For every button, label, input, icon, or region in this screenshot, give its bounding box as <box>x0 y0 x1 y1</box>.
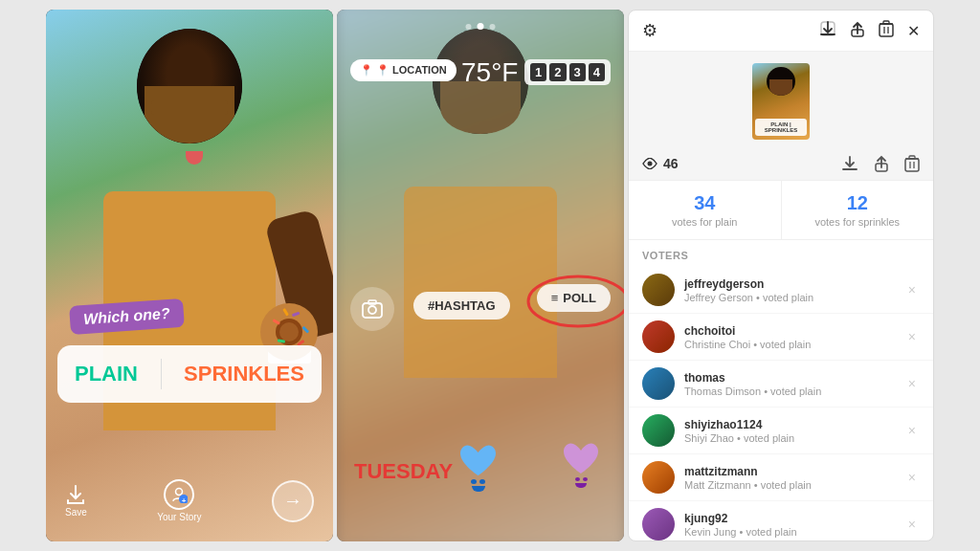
bottom-bar-1: Save + Your Story → <box>46 470 333 541</box>
download-button[interactable] <box>819 20 836 41</box>
hashtag-sticker[interactable]: #HASHTAG <box>413 292 510 320</box>
voter-fullname: Kevin Jung • voted plain <box>684 526 904 538</box>
voter-dismiss-button[interactable]: × <box>904 466 920 489</box>
voter-row: mattzitzmann Matt Zitzmann • voted plain… <box>629 454 933 501</box>
voter-avatar <box>642 320 675 353</box>
tuesday-text: TUESDAY <box>354 459 453 483</box>
voter-avatar <box>642 508 675 540</box>
panel-dots <box>466 23 496 30</box>
settings-button[interactable]: ⚙ <box>642 20 657 41</box>
action-icons <box>841 155 920 172</box>
stats-header: ⚙ <box>629 11 933 52</box>
svg-rect-19 <box>368 300 376 304</box>
story-panel-2: 📍 📍 LOCATION 75°F 1 2 3 4 <box>337 10 624 541</box>
delete-button[interactable] <box>879 20 894 41</box>
poll-sticker-container[interactable]: ≡ POLL <box>537 284 611 312</box>
person-photo-2 <box>385 10 576 297</box>
count-3: 3 <box>569 63 586 81</box>
camera-sticker[interactable] <box>350 287 394 331</box>
save-label: Save <box>65 507 87 518</box>
eye-icon <box>642 158 657 169</box>
location-sticker-text: 📍 LOCATION <box>376 64 447 77</box>
save-button[interactable]: Save <box>65 484 87 518</box>
voters-header: VOTERS <box>629 240 933 267</box>
voter-dismiss-button[interactable]: × <box>904 372 920 395</box>
thumb-content: PLAIN | SPRINKLES <box>752 63 810 140</box>
svg-point-18 <box>368 306 376 314</box>
close-stats-button[interactable]: ✕ <box>907 22 920 40</box>
svg-text:+: + <box>182 496 187 503</box>
eye-l <box>471 479 477 484</box>
voter-dismiss-button[interactable]: × <box>904 278 920 301</box>
voter-username: mattzitzmann <box>684 465 904 478</box>
temperature-text: 75°F <box>461 57 518 87</box>
person-photo-1 <box>46 10 333 541</box>
heart-blue-widget <box>452 441 504 494</box>
next-button[interactable]: → <box>272 480 314 522</box>
location-sticker[interactable]: 📍 📍 LOCATION <box>350 59 457 81</box>
svg-point-20 <box>528 276 624 326</box>
voter-info: jeffreydgerson Jeffrey Gerson • voted pl… <box>684 277 904 303</box>
voters-list: jeffreydgerson Jeffrey Gerson • voted pl… <box>629 267 933 540</box>
poll-widget[interactable]: PLAIN SPRINKLES <box>57 345 322 403</box>
plain-votes-num: 34 <box>642 192 768 214</box>
poll-option-plain[interactable]: PLAIN <box>75 362 138 386</box>
voter-row: shiyizhao1124 Shiyi Zhao • voted plain × <box>629 408 933 454</box>
plain-votes-label: votes for plain <box>642 216 768 228</box>
voter-dismiss-button[interactable]: × <box>904 419 920 442</box>
views-row: 46 <box>629 147 933 181</box>
voter-info: kjung92 Kevin Jung • voted plain <box>684 512 904 538</box>
voter-row: jeffreydgerson Jeffrey Gerson • voted pl… <box>629 267 933 314</box>
which-one-text: Which one? <box>69 298 184 335</box>
thumb-head <box>767 67 795 96</box>
thumb-poll-bar: PLAIN | SPRINKLES <box>755 119 807 136</box>
next-arrow: → <box>283 490 302 512</box>
which-one-sticker: Which one? <box>70 302 184 331</box>
heart-eyes <box>471 479 485 484</box>
story-thumbnail: PLAIN | SPRINKLES <box>752 63 810 140</box>
mouth2 <box>575 483 587 488</box>
tuesday-sticker[interactable]: TUESDAY <box>354 459 453 484</box>
story-stats-panel: ⚙ <box>628 10 934 541</box>
count-2: 2 <box>549 63 566 81</box>
voter-avatar <box>642 274 675 306</box>
eye-r <box>479 479 485 484</box>
poll-option-sprinkles[interactable]: SPRINKLES <box>184 362 304 386</box>
views-count: 46 <box>663 156 679 171</box>
svg-point-3 <box>279 322 299 342</box>
your-story-icon: + <box>164 479 194 510</box>
header-right-icons: ✕ <box>819 20 920 41</box>
voters-section: VOTERS jeffreydgerson Jeffrey Gerson • v… <box>629 240 933 540</box>
countdown-sticker[interactable]: 1 2 3 4 <box>524 59 611 85</box>
voter-info: shiyizhao1124 Shiyi Zhao • voted plain <box>684 418 904 444</box>
dot-active <box>478 23 484 30</box>
tongue <box>186 151 203 165</box>
sprinkles-votes-num: 12 <box>795 192 921 214</box>
eye2-l <box>575 477 580 481</box>
voter-fullname: Shiyi Zhao • voted plain <box>684 432 904 444</box>
share-button[interactable] <box>850 20 865 41</box>
story-panel-1: ✕ Aa <box>46 10 333 541</box>
your-story-button[interactable]: + Your Story <box>157 479 201 522</box>
count-1: 1 <box>530 63 546 81</box>
voter-dismiss-button[interactable]: × <box>904 325 920 348</box>
countdown-widget: 1 2 3 4 <box>524 59 611 85</box>
sprinkles-votes-label: votes for sprinkles <box>795 216 921 228</box>
svg-point-14 <box>176 489 183 496</box>
share-icon-2[interactable] <box>874 155 889 172</box>
voter-username: shiyizhao1124 <box>684 418 904 431</box>
download-icon-2[interactable] <box>841 155 858 172</box>
poll-highlight-circle <box>525 273 624 330</box>
person-head <box>137 29 242 143</box>
heart-purple-widget <box>557 441 605 489</box>
mouth <box>472 486 485 492</box>
voter-fullname: Matt Zitzmann • voted plain <box>684 479 904 491</box>
heart-purple-sticker[interactable] <box>557 441 605 489</box>
trash-icon-2[interactable] <box>904 155 920 172</box>
your-story-label: Your Story <box>157 512 201 522</box>
svg-rect-31 <box>905 159 919 171</box>
temp-sticker[interactable]: 75°F <box>461 57 518 88</box>
voter-dismiss-button[interactable]: × <box>904 513 920 536</box>
face-lower <box>151 100 228 115</box>
heart-blue-sticker[interactable] <box>452 441 504 494</box>
